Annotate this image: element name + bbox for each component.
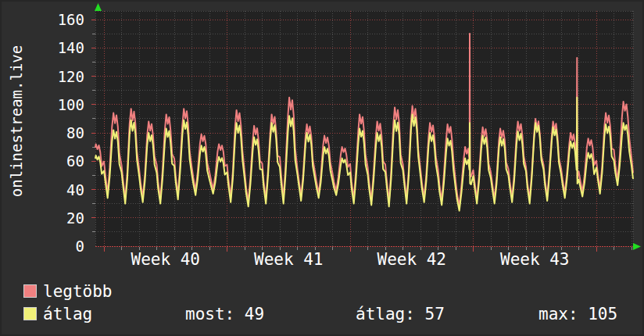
y-axis-label: 120: [23, 67, 84, 86]
y-axis-label: 20: [23, 209, 84, 227]
legend-label-atlag: átlag: [43, 306, 92, 323]
x-axis-label: Week 40: [111, 250, 220, 269]
rrd-graph: onlinestream.live 020406080100120140160 …: [0, 0, 644, 336]
x-axis-label: Week 41: [234, 250, 343, 269]
y-axis-arrow-up-icon: [95, 3, 102, 11]
y-axis-label: 60: [23, 152, 84, 170]
y-axis-label: 0: [23, 237, 84, 256]
legend-label-legtobb: legtöbb: [43, 283, 113, 300]
y-axis-label: 40: [23, 181, 84, 199]
y-axis-label: 100: [23, 95, 84, 114]
legend-swatch-legtobb: [23, 284, 37, 298]
stat-most: most: 49: [185, 306, 264, 323]
legend-swatch-atlag: [23, 307, 37, 320]
x-axis-arrow-right-icon: [633, 243, 641, 250]
y-axis-title: onlinestream.live: [8, 45, 25, 197]
x-axis-label: Week 42: [357, 250, 467, 269]
stat-atlag: átlag: 57: [356, 306, 445, 323]
x-axis-label: Week 43: [480, 250, 589, 269]
y-axis-label: 80: [23, 123, 84, 142]
stat-max: max: 105: [538, 306, 617, 323]
y-axis-label: 140: [23, 38, 84, 57]
y-axis-label: 160: [23, 10, 84, 29]
